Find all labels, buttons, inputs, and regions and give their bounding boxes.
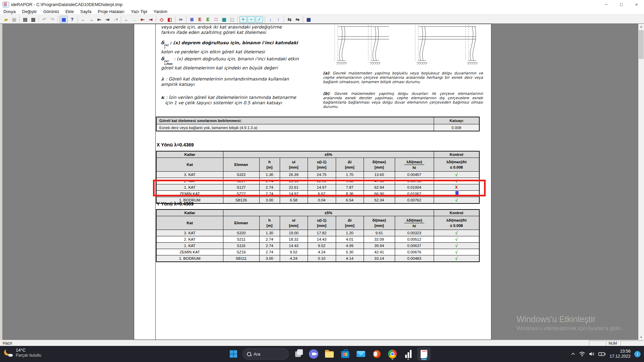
page-prev-icon[interactable]: ← (79, 16, 87, 23)
minimize-button[interactable]: − (599, 0, 614, 9)
battery-icon[interactable] (598, 352, 606, 356)
window-title: ideRAPOR - C:\ProgramData\ideCAD10DEMO\i… (11, 2, 122, 7)
volume-icon[interactable] (589, 352, 595, 356)
screen: ideRAPOR - C:\ProgramData\ideCAD10DEMO\i… (0, 0, 644, 362)
limit-table: Göreli kat ötelemesi sınırlarının belirl… (156, 117, 480, 131)
weather-desc: Parçalı bulutlu (16, 353, 41, 358)
page-first-icon[interactable]: ⇤ (96, 16, 103, 23)
page-last-icon[interactable]: ⇥ (104, 16, 111, 23)
zoom-in-icon[interactable]: + (239, 16, 247, 23)
iderapor-button[interactable]: DOC1 (417, 347, 431, 361)
scrollbar-thumb[interactable] (639, 30, 644, 59)
table-row: 3. KATS320 1.3019.00 17.821.20 9.610.003… (156, 230, 479, 236)
menu-ekle[interactable]: Ekle (65, 9, 74, 14)
idecad-button[interactable] (401, 347, 415, 361)
zoom-out-icon[interactable]: − (248, 16, 255, 23)
paragraph-kappa: κ : İzin verilen göreli kat ötelemelerin… (161, 95, 322, 105)
search-box[interactable]: Ara (243, 348, 289, 360)
task-view-button[interactable] (291, 347, 305, 361)
iderapor-doc-icon: DOC1 (421, 350, 427, 358)
file-explorer-button[interactable] (323, 347, 336, 361)
notification-badge[interactable]: 1 (634, 351, 641, 357)
chrome-icon (388, 350, 397, 358)
vertical-scrollbar[interactable]: ▲ ▼ (638, 24, 644, 340)
scroll-down-icon[interactable]: ↓ (267, 16, 274, 23)
note-b: (b): Gevrek malzemeden yapılmış dolgu du… (323, 92, 483, 109)
close-button[interactable]: × (629, 0, 644, 9)
error-highlight-box (153, 180, 486, 196)
units-icon[interactable]: üe (177, 16, 184, 23)
scrollbar-up-icon[interactable]: ▲ (638, 24, 644, 29)
zoom-pointer-icon[interactable]: ∕ (256, 16, 263, 23)
paragraph-lambda: λ : Göreli kat ötelemelerinin sınırlandı… (161, 76, 322, 87)
clock-date: 17.12.2022 (609, 354, 631, 359)
page-next-icon[interactable]: → (88, 16, 95, 23)
taskbar: 14°C Parçalı bulutlu Ara (0, 346, 644, 362)
fit-page-icon[interactable]: ⇆ (286, 16, 293, 23)
toolbar: ▰ ▣ ▤ ▥ ↶ ↷ ▦ ? ← → ⇤ ⇥ →? ← → ⇤ ⇥ ◇ ◧ ü… (0, 14, 644, 24)
undo-icon[interactable]: ↶ (41, 16, 48, 23)
system-tray: 23:56 17.12.2022 1 (571, 346, 641, 362)
status-pane-2 (621, 341, 643, 346)
print-icon[interactable]: ▥ (30, 16, 37, 23)
text-style-red-icon[interactable]: E (196, 16, 204, 23)
wifi-icon[interactable] (579, 352, 585, 357)
menu-goruntu[interactable]: Görüntü (43, 9, 59, 14)
chrome-button[interactable] (386, 347, 399, 361)
table-row: 1. BODRUMSB111 3.004.24 0.104.14 33.140.… (156, 255, 479, 262)
table-row: 2. KATS211 2.7418.32 14.434.01 32.090.00… (156, 236, 479, 243)
menu-proje-hatalari[interactable]: Proje Hataları (98, 9, 124, 14)
menu-yardim[interactable]: Yardım (154, 9, 167, 14)
page-goto-icon[interactable]: →? (112, 16, 119, 23)
save-icon[interactable]: ▣ (10, 16, 18, 23)
status-bar: Hazır NUM (0, 340, 644, 346)
fit-width-icon[interactable]: ⇋ (294, 16, 301, 23)
document-workspace: veya perde için, ardışık iki kat arasınd… (0, 23, 644, 340)
menu-sayfa[interactable]: Sayfa (80, 9, 91, 14)
menu-dosya[interactable]: Dosya (3, 9, 16, 14)
scroll-up-icon[interactable]: ↑ (275, 16, 282, 23)
error-prev-icon[interactable]: ← (123, 16, 130, 23)
title-bar: ideRAPOR - C:\ProgramData\ideCAD10DEMO\i… (0, 0, 644, 9)
redo-icon[interactable]: ↷ (49, 16, 56, 23)
store-button[interactable] (338, 347, 352, 361)
status-pane-1 (589, 341, 605, 346)
paragraph-intro: veya perde için, ardışık iki kat arasınd… (161, 24, 322, 35)
mail-icon (357, 351, 365, 357)
chat-button[interactable] (307, 347, 320, 361)
error-next-icon[interactable]: → (131, 16, 138, 23)
paragraph-delta-imax: δ(x)i,max : (x) deprem doğrultusu için, … (161, 56, 322, 71)
insert-mark-icon[interactable]: ◧ (166, 16, 173, 23)
note-a: (a): Gevrek malzemeden yapılmış boşluklu… (323, 71, 483, 84)
text-style-green-icon[interactable]: E (204, 16, 212, 23)
office-button[interactable] (370, 347, 383, 361)
error-first-icon[interactable]: ⇤ (139, 16, 146, 23)
file-explorer-icon (325, 351, 334, 358)
mail-button[interactable] (354, 347, 368, 361)
paragraph-delta-i: δ(x)i : (x) deprem doğrultusu için, bina… (161, 40, 322, 55)
menu-degistir[interactable]: Değiştir (22, 9, 37, 14)
report-view-icon[interactable]: ▦ (60, 16, 68, 23)
weather-widget[interactable]: 14°C Parçalı bulutlu (4, 348, 41, 358)
frame-deformation-diagram (329, 25, 480, 71)
limit-table-row: Esnek derz veya bağlantı yok, tamamen bi… (156, 124, 434, 131)
limit-table-header2: Katsayı (434, 117, 479, 124)
paragraph-style-icon[interactable]: ◱ (228, 16, 236, 23)
grid-view-icon[interactable]: ▦ (305, 16, 312, 23)
error-last-icon[interactable]: ⇥ (147, 16, 154, 23)
maximize-button[interactable]: □ (614, 0, 629, 9)
refresh-report-icon[interactable]: ◇ (158, 16, 165, 23)
menu-yazi-tipi[interactable]: Yazı Tipi (131, 9, 147, 14)
symbol-style-icon[interactable]: ∷ (212, 16, 220, 23)
heading-style-icon[interactable]: ≣ (188, 16, 196, 23)
open-file-icon[interactable]: ▰ (2, 16, 10, 23)
table-style-icon[interactable]: ▦ (220, 16, 228, 23)
print-preview-icon[interactable]: ▤ (21, 16, 29, 23)
clock[interactable]: 23:56 17.12.2022 (609, 349, 631, 359)
scrollbar-down-icon[interactable]: ▼ (638, 335, 644, 340)
tray-chevron-icon[interactable] (571, 352, 575, 356)
table-row: ZEMİN KATSZ16 2.749.52 4.245.30 42.410.0… (156, 249, 479, 255)
menu-bar: Dosya Değiştir Görüntü Ekle Sayfa Proje … (0, 9, 644, 14)
help-icon[interactable]: ? (68, 16, 76, 23)
start-button[interactable] (227, 347, 240, 361)
